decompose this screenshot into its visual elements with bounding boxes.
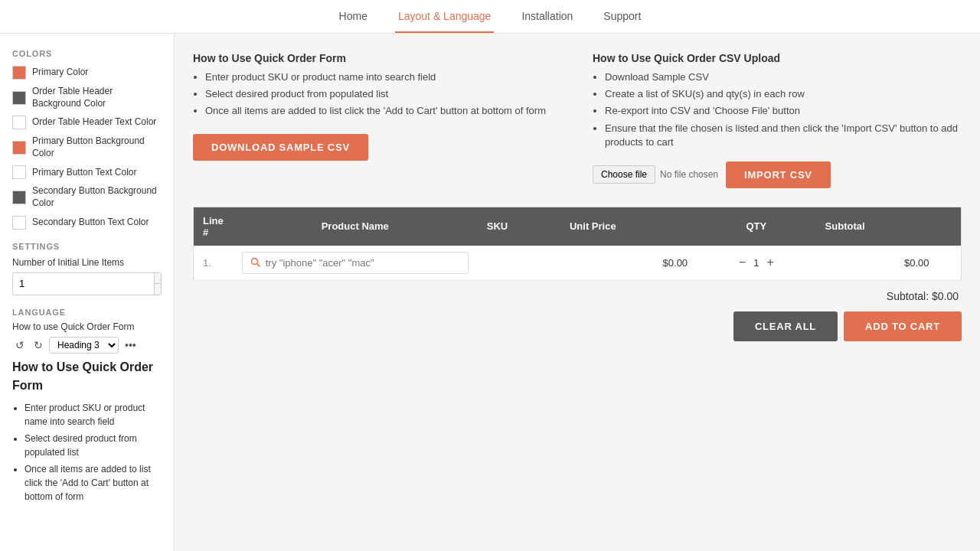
product-search-input[interactable] — [266, 257, 460, 269]
editor-bullet-2: Select desired product from populated li… — [24, 432, 162, 459]
stepper-buttons: ▲ ▼ — [154, 273, 162, 295]
qty-increase-button[interactable]: + — [765, 256, 775, 269]
editor-bullet-3: Once all items are added to list click t… — [24, 462, 162, 504]
right-bullet-2: Create a list of SKU(s) and qty(s) in ea… — [605, 87, 962, 101]
editor-preview: How to Use Quick Order Form Enter produc… — [12, 358, 162, 504]
download-csv-button[interactable]: DOWNLOAD SAMPLE CSV — [193, 134, 368, 161]
primary-btn-bg-swatch[interactable] — [12, 141, 26, 155]
th-actions — [939, 207, 962, 246]
row-product-search — [233, 246, 478, 281]
subtotal-row: Subtotal: $0.00 — [193, 290, 962, 302]
secondary-btn-text-swatch[interactable] — [12, 216, 26, 230]
header-bg-label: Order Table Header Background Color — [32, 86, 162, 109]
instructions-right: How to Use Quick Order CSV Upload Downlo… — [593, 52, 962, 188]
csv-upload-row: Choose file No file chosen IMPORT CSV — [593, 161, 962, 188]
import-csv-button[interactable]: IMPORT CSV — [726, 161, 831, 188]
color-row-header-bg: Order Table Header Background Color — [12, 86, 162, 109]
table-header: Line # Product Name SKU Unit Price QTY S… — [194, 207, 962, 246]
table-header-row: Line # Product Name SKU Unit Price QTY S… — [194, 207, 962, 246]
search-icon — [250, 257, 261, 268]
order-table: Line # Product Name SKU Unit Price QTY S… — [193, 207, 962, 281]
primary-color-swatch[interactable] — [12, 66, 26, 80]
line-items-input[interactable]: 1 — [13, 273, 154, 295]
qty-control: − 1 + — [706, 256, 807, 269]
stepper-down-button[interactable]: ▼ — [155, 284, 162, 295]
th-subtotal: Subtotal — [816, 207, 939, 246]
instructions-left: How to Use Quick Order Form Enter produc… — [193, 52, 562, 188]
row-sku — [478, 246, 560, 281]
line-items-stepper: 1 ▲ ▼ — [12, 272, 162, 295]
color-row-primary-btn-bg: Primary Button Background Color — [12, 135, 162, 159]
row-line: 1. — [194, 246, 233, 281]
clear-all-button[interactable]: CLEAR ALL — [733, 311, 838, 341]
color-row-secondary-btn-text: Secondary Button Text Color — [12, 216, 162, 230]
top-nav: Home Layout & Language Installation Supp… — [0, 0, 980, 34]
primary-color-label: Primary Color — [32, 67, 88, 79]
th-qty: QTY — [697, 207, 816, 246]
file-input-wrapper: Choose file No file chosen — [593, 165, 718, 184]
no-file-text: No file chosen — [660, 169, 718, 180]
undo-button[interactable]: ↺ — [12, 337, 28, 353]
row-qty: − 1 + — [697, 246, 816, 281]
line-items-label: Number of Initial Line Items — [12, 257, 162, 268]
left-bullet-1: Enter product SKU or product name into s… — [205, 70, 562, 84]
language-title: LANGUAGE — [12, 308, 162, 317]
nav-support[interactable]: Support — [600, 1, 644, 33]
settings-title: SETTINGS — [12, 242, 162, 251]
left-instructions-heading: How to Use Quick Order Form — [193, 52, 562, 64]
editor-bullet-1: Enter product SKU or product name into s… — [24, 401, 162, 429]
primary-btn-bg-label: Primary Button Background Color — [32, 135, 162, 159]
main-content: How to Use Quick Order Form Enter produc… — [175, 34, 980, 551]
right-bullet-4: Ensure that the file chosen is listed an… — [605, 122, 962, 149]
editor-bullet-list: Enter product SKU or product name into s… — [12, 401, 162, 504]
right-instructions-list: Download Sample CSV Create a list of SKU… — [593, 70, 962, 149]
language-section: LANGUAGE How to use Quick Order Form ↺ ↻… — [12, 308, 162, 504]
left-instructions-list: Enter product SKU or product name into s… — [193, 70, 562, 119]
secondary-btn-bg-label: Secondary Button Background Color — [32, 185, 162, 209]
row-unit-price: $0.00 — [560, 246, 697, 281]
subtotal-text: Subtotal: $0.00 — [887, 290, 959, 302]
table-body: 1. $0.00 − — [194, 246, 962, 281]
secondary-btn-bg-swatch[interactable] — [12, 191, 26, 204]
choose-file-button[interactable]: Choose file — [593, 165, 655, 184]
table-row: 1. $0.00 − — [194, 246, 962, 281]
heading-select[interactable]: Heading 3 Heading 1 Heading 2 Paragraph — [49, 337, 119, 354]
product-search-cell — [242, 252, 469, 274]
editor-toolbar: ↺ ↻ Heading 3 Heading 1 Heading 2 Paragr… — [12, 337, 162, 354]
more-options-button[interactable]: ••• — [122, 337, 139, 353]
redo-button[interactable]: ↻ — [31, 337, 46, 353]
row-subtotal: $0.00 — [816, 246, 939, 281]
qty-value: 1 — [753, 257, 759, 269]
nav-layout-language[interactable]: Layout & Language — [395, 1, 494, 33]
right-bullet-1: Download Sample CSV — [605, 70, 962, 84]
right-instructions-heading: How to Use Quick Order CSV Upload — [593, 52, 962, 64]
left-bullet-3: Once all items are added to list click t… — [205, 104, 562, 118]
main-layout: COLORS Primary Color Order Table Header … — [0, 34, 980, 551]
primary-btn-text-swatch[interactable] — [12, 165, 26, 179]
color-row-header-text: Order Table Header Text Color — [12, 116, 162, 129]
instructions-row: How to Use Quick Order Form Enter produc… — [193, 52, 962, 188]
color-row-primary: Primary Color — [12, 66, 162, 80]
svg-line-1 — [256, 264, 260, 267]
secondary-btn-text-label: Secondary Button Text Color — [32, 217, 149, 229]
header-text-swatch[interactable] — [12, 116, 26, 129]
th-sku: SKU — [478, 207, 560, 246]
qty-decrease-button[interactable]: − — [737, 256, 747, 269]
header-text-label: Order Table Header Text Color — [32, 116, 156, 129]
stepper-up-button[interactable]: ▲ — [155, 273, 162, 284]
row-remove — [939, 246, 962, 281]
colors-section-title: COLORS — [12, 49, 162, 58]
primary-btn-text-label: Primary Button Text Color — [32, 167, 137, 179]
editor-heading: How to Use Quick Order Form — [12, 358, 162, 395]
th-line: Line # — [194, 207, 233, 246]
th-product: Product Name — [233, 207, 478, 246]
nav-installation[interactable]: Installation — [518, 1, 576, 33]
add-to-cart-button[interactable]: ADD TO CART — [844, 311, 962, 341]
settings-section: SETTINGS Number of Initial Line Items 1 … — [12, 242, 162, 295]
sidebar: COLORS Primary Color Order Table Header … — [0, 34, 175, 551]
nav-home[interactable]: Home — [336, 1, 371, 33]
right-bullet-3: Re-export into CSV and 'Choose File' but… — [605, 104, 962, 118]
left-bullet-2: Select desired product from populated li… — [205, 87, 562, 101]
header-bg-swatch[interactable] — [12, 91, 26, 105]
th-unit-price: Unit Price — [560, 207, 697, 246]
